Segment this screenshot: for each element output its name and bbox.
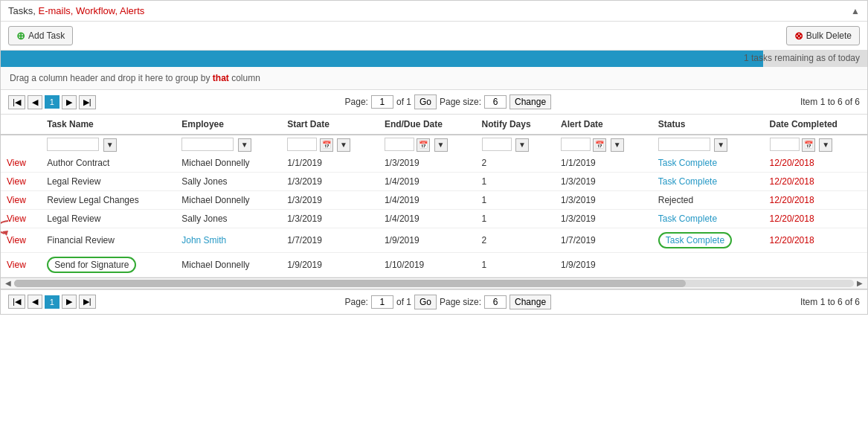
filter-date-completed-icon[interactable]: ▼ (819, 138, 832, 152)
notify-days-cell: 1 (476, 252, 555, 277)
next-page-button-top[interactable]: ▶ (62, 95, 77, 109)
notify-days-cell: 2 (476, 228, 555, 252)
drag-hint: Drag a column header and drop it here to… (1, 67, 867, 90)
scrollbar-track (14, 280, 854, 287)
filter-end-date-input[interactable] (385, 138, 414, 151)
last-page-button-bottom[interactable]: ▶| (79, 295, 96, 309)
col-action (1, 115, 41, 135)
item-count-top: Item 1 to 6 of 6 (800, 97, 860, 107)
filter-alert-filter-icon[interactable]: ▼ (611, 138, 624, 152)
task-name-cell: Legal Review (41, 172, 176, 190)
status-cell: Rejected (652, 190, 764, 209)
page-size-input-top[interactable] (484, 95, 507, 109)
add-task-button[interactable]: ⊕ Add Task (8, 26, 73, 45)
view-link[interactable]: View (7, 158, 26, 168)
filter-start-date-input[interactable] (287, 138, 317, 151)
change-button-bottom[interactable]: Change (509, 295, 551, 309)
col-notify-days: Notify Days (476, 115, 555, 135)
notify-days-cell: 2 (476, 154, 555, 173)
table-header-row: Task Name Employee Start Date End/Due Da… (1, 115, 867, 135)
page-input-top[interactable] (371, 95, 393, 109)
prev-page-button-bottom[interactable]: ◀ (28, 295, 42, 309)
filter-status-input[interactable] (658, 138, 710, 151)
alert-date-cell: 1/3/2019 (555, 172, 652, 190)
tasks-table: Task Name Employee Start Date End/Due Da… (1, 115, 867, 277)
filter-end-date-filter-icon[interactable]: ▼ (434, 138, 448, 152)
filter-alert-input[interactable] (561, 138, 591, 151)
table-row: ViewFinancial ReviewJohn Smith1/7/20191/… (1, 228, 867, 252)
first-page-button-top[interactable]: |◀ (8, 95, 25, 109)
col-status: Status (652, 115, 764, 135)
filter-date-completed: 📅 ▼ (764, 135, 867, 154)
task-name-value: Send for Signature (47, 257, 136, 273)
filter-start-date-cal-icon[interactable]: 📅 (320, 138, 333, 152)
scrollbar-thumb (14, 280, 686, 287)
end-date-cell: 1/9/2019 (379, 228, 476, 252)
date-completed-cell: 12/20/2018 (764, 154, 867, 173)
next-page-button-bottom[interactable]: ▶ (62, 295, 77, 309)
last-page-button-top[interactable]: ▶| (79, 95, 96, 109)
scroll-right-icon[interactable]: ▶ (854, 279, 866, 287)
go-button-top[interactable]: Go (414, 94, 437, 109)
page-1-button-bottom[interactable]: 1 (45, 295, 60, 309)
start-date-cell: 1/9/2019 (281, 252, 379, 277)
notify-days-cell: 1 (476, 190, 555, 209)
filter-task-name-input[interactable] (47, 138, 99, 151)
task-name-cell: Send for Signature (41, 252, 176, 277)
alert-date-cell: 1/3/2019 (555, 209, 652, 228)
filter-end-date-cal-icon[interactable]: 📅 (417, 138, 430, 152)
notify-days-cell: 1 (476, 209, 555, 228)
status-cell: Task Complete (652, 228, 764, 252)
progress-bar: 1 tasks remaining as of today (1, 51, 867, 67)
page-label-bottom: Page: (345, 297, 368, 307)
filter-employee-icon[interactable]: ▼ (238, 138, 251, 152)
end-date-cell: 1/3/2019 (379, 154, 476, 173)
first-page-button-bottom[interactable]: |◀ (8, 295, 25, 309)
employee-cell: Michael Donnelly (176, 252, 281, 277)
page-input-bottom[interactable] (371, 295, 393, 309)
bulk-delete-button[interactable]: ⊗ Bulk Delete (786, 26, 860, 45)
page-info-bottom: Page: of 1 Go Page size: Change (345, 295, 551, 309)
filter-employee-input[interactable] (181, 138, 234, 151)
view-link[interactable]: View (7, 176, 26, 187)
plus-icon: ⊕ (16, 30, 25, 42)
add-task-label: Add Task (28, 30, 65, 41)
start-date-cell: 1/3/2019 (281, 190, 379, 209)
change-button-top[interactable]: Change (509, 94, 551, 109)
table-row: ViewReview Legal ChangesMichael Donnelly… (1, 190, 867, 209)
collapse-icon[interactable]: ▲ (851, 6, 860, 16)
view-link[interactable]: View (7, 195, 26, 205)
filter-notify-days: ▼ (476, 135, 555, 154)
end-date-cell: 1/10/2019 (379, 252, 476, 277)
end-date-cell: 1/4/2019 (379, 190, 476, 209)
page-1-button-top[interactable]: 1 (45, 95, 60, 109)
filter-alert-cal-icon[interactable]: 📅 (593, 138, 606, 152)
filter-task-name: ▼ (41, 135, 176, 154)
progress-bar-fill (1, 51, 763, 67)
start-date-cell: 1/3/2019 (281, 209, 379, 228)
prev-page-button-top[interactable]: ◀ (28, 95, 42, 109)
of-label-top: of 1 (396, 97, 411, 107)
page-label-top: Page: (345, 97, 368, 107)
go-button-bottom[interactable]: Go (414, 295, 437, 309)
filter-date-completed-input[interactable] (770, 138, 800, 151)
arrow-annotation (1, 217, 30, 240)
filter-date-completed-cal-icon[interactable]: 📅 (802, 138, 815, 152)
start-date-cell: 1/1/2019 (281, 154, 379, 173)
page-size-input-bottom[interactable] (484, 295, 507, 309)
scroll-left-icon[interactable]: ◀ (2, 279, 14, 287)
filter-notify-icon[interactable]: ▼ (515, 138, 529, 152)
filter-task-name-icon[interactable]: ▼ (103, 138, 117, 152)
filter-notify-input[interactable] (482, 138, 512, 151)
filter-row: ▼ ▼ 📅 ▼ 📅 ▼ (1, 135, 867, 154)
table-row: ViewLegal ReviewSally Jones1/3/20191/4/2… (1, 209, 867, 228)
alert-date-cell: 1/3/2019 (555, 190, 652, 209)
status-value: Task Complete (658, 232, 732, 248)
view-link[interactable]: View (7, 260, 26, 270)
main-container: Tasks, E-mails, Workflow, Alerts ▲ ⊕ Add… (0, 0, 868, 315)
filter-status-icon[interactable]: ▼ (714, 138, 727, 152)
alert-date-cell: 1/1/2019 (555, 154, 652, 173)
filter-action (1, 135, 41, 154)
filter-start-date-filter-icon[interactable]: ▼ (337, 138, 350, 152)
horizontal-scrollbar[interactable]: ◀ ▶ (1, 277, 867, 289)
